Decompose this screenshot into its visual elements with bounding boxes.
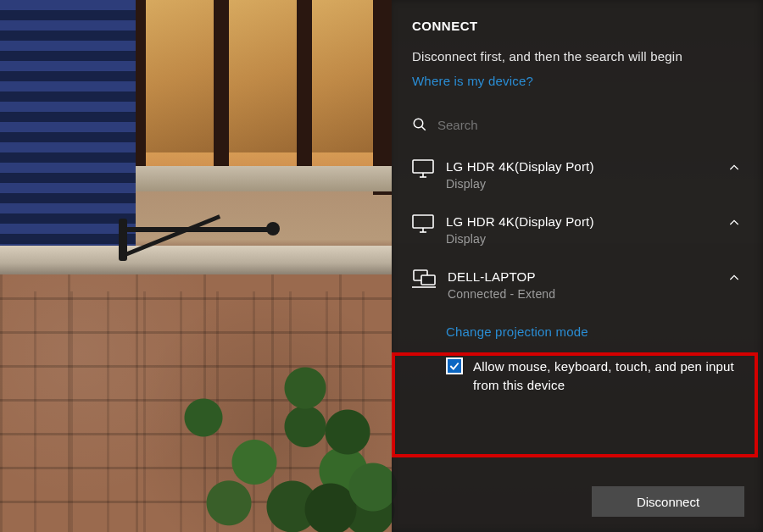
device-item[interactable]: LG HDR 4K(Display Port) Display [412, 202, 746, 258]
where-is-my-device-link[interactable]: Where is my device? [412, 74, 533, 88]
search-row[interactable] [412, 117, 746, 132]
search-icon [412, 117, 427, 132]
monitor-icon [412, 214, 434, 233]
chevron-up-icon[interactable] [727, 161, 741, 177]
device-item-connected[interactable]: DELL-LAPTOP Connected - Extend [412, 258, 746, 313]
chevron-up-icon[interactable] [727, 216, 741, 232]
disconnect-button[interactable]: Disconnect [592, 486, 744, 517]
device-name: LG HDR 4K(Display Port) [446, 214, 746, 229]
search-input[interactable] [437, 118, 746, 132]
svg-rect-9 [421, 275, 435, 285]
connect-panel: CONNECT Disconnect first, and then the s… [392, 0, 763, 532]
svg-rect-2 [413, 160, 433, 173]
device-sub: Connected - Extend [448, 287, 746, 301]
panel-subtitle: Disconnect first, and then the search wi… [412, 48, 746, 65]
device-sub: Display [446, 177, 746, 191]
svg-point-0 [414, 119, 423, 129]
allow-input-label: Allow mouse, keyboard, touch, and pen in… [473, 357, 746, 395]
device-item[interactable]: LG HDR 4K(Display Port) Display [412, 147, 746, 202]
panel-title: CONNECT [412, 19, 746, 33]
svg-rect-5 [413, 215, 433, 228]
monitor-icon [412, 159, 434, 178]
svg-line-1 [421, 127, 426, 131]
chevron-up-icon[interactable] [727, 271, 741, 287]
device-sub: Display [446, 232, 746, 246]
laptop-icon [412, 269, 436, 288]
change-projection-mode-link[interactable]: Change projection mode [446, 324, 588, 339]
allow-input-checkbox[interactable] [446, 357, 463, 374]
device-name: DELL-LAPTOP [448, 269, 746, 284]
device-name: LG HDR 4K(Display Port) [446, 159, 746, 174]
device-detail: Change projection mode Allow mouse, keyb… [446, 319, 746, 395]
